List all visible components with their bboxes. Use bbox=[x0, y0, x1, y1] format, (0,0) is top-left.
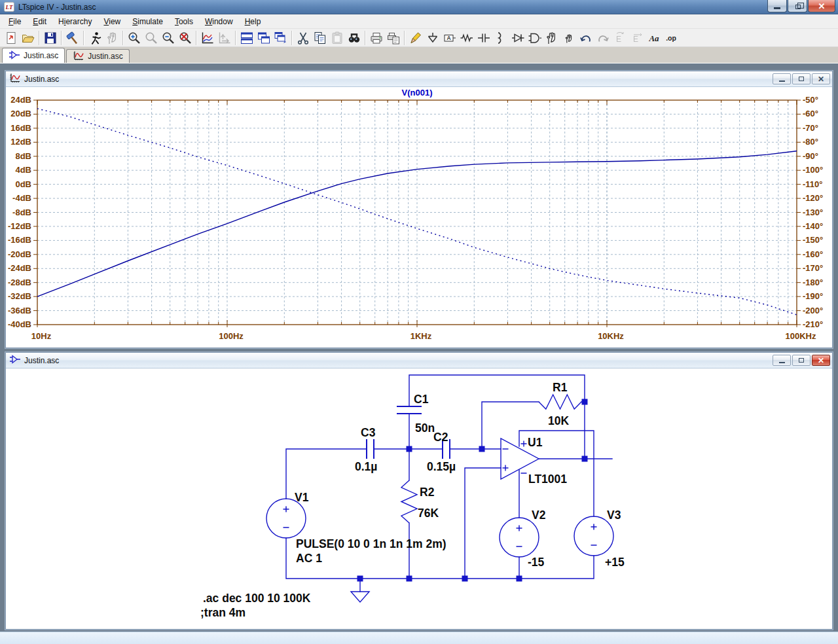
net-label-button[interactable]: A bbox=[441, 30, 458, 46]
schematic-label[interactable]: V3 bbox=[607, 509, 621, 522]
tile-vertical-button[interactable] bbox=[238, 30, 255, 46]
cascade-button[interactable] bbox=[272, 30, 289, 46]
wire-button[interactable] bbox=[407, 30, 424, 46]
ground-icon bbox=[426, 31, 440, 45]
open-button[interactable] bbox=[20, 30, 37, 46]
save-button[interactable] bbox=[42, 30, 59, 46]
schematic-window-minimize-button[interactable] bbox=[773, 355, 791, 366]
schematic-label[interactable]: V2 bbox=[532, 509, 546, 522]
new-schematic-button[interactable] bbox=[3, 30, 20, 46]
print-button[interactable] bbox=[368, 30, 385, 46]
menu-item-window[interactable]: Window bbox=[199, 15, 239, 28]
menu-item-file[interactable]: File bbox=[3, 15, 27, 28]
schematic-label[interactable]: 50n bbox=[415, 421, 435, 435]
toolbar-separator bbox=[196, 31, 197, 45]
plot-window-maximize-button[interactable] bbox=[792, 73, 811, 84]
schematic-label[interactable]: +15 bbox=[605, 556, 625, 569]
capacitor-button[interactable] bbox=[475, 30, 492, 46]
spice-directive-button[interactable]: .op bbox=[663, 30, 680, 46]
text-button[interactable]: Aa bbox=[646, 30, 663, 46]
window-restore-button[interactable] bbox=[788, 0, 807, 12]
right-axis-tick-label: -70° bbox=[803, 123, 818, 133]
cut-button[interactable] bbox=[295, 30, 312, 46]
schematic-canvas[interactable]: C150nC30.1µC20.15µR276KR110KU1LT1001V1PU… bbox=[6, 368, 832, 629]
undo-button[interactable] bbox=[577, 30, 594, 46]
drag-button[interactable] bbox=[560, 30, 577, 46]
text-icon: Aa bbox=[647, 31, 661, 45]
schematic-label[interactable]: AC 1 bbox=[296, 552, 322, 565]
move-icon bbox=[545, 31, 559, 45]
capacitor-C3[interactable] bbox=[367, 440, 374, 458]
resistor-R1[interactable] bbox=[539, 395, 581, 409]
schematic-window-maximize-button[interactable] bbox=[792, 355, 811, 366]
copy-button[interactable] bbox=[312, 30, 329, 46]
plot-window-title-bar[interactable]: Justin.asc ✕ bbox=[6, 71, 832, 87]
left-axis-tick-label: -12dB bbox=[8, 221, 31, 231]
zoom-back-button bbox=[143, 30, 160, 46]
schematic-label[interactable]: 0.15µ bbox=[427, 460, 456, 473]
waveform-pane[interactable]: 24dB20dB16dB12dB8dB4dB0dB-4dB-8dB-12dB-1… bbox=[6, 87, 832, 348]
toolbar: AEEAa.op bbox=[0, 29, 838, 47]
menu-item-hierarchy[interactable]: Hierarchy bbox=[52, 15, 98, 28]
wire-icon bbox=[409, 31, 423, 45]
title-bar[interactable]: LT LTspice IV - Justin.asc ✕ bbox=[0, 0, 838, 14]
schematic-label[interactable]: C2 bbox=[433, 431, 448, 444]
schematic-label[interactable]: LT1001 bbox=[528, 473, 567, 486]
find-button[interactable] bbox=[346, 30, 363, 46]
zoom-extents-button[interactable] bbox=[177, 30, 194, 46]
toolbar-separator bbox=[61, 31, 62, 45]
schematic-window-close-button[interactable]: ✕ bbox=[812, 355, 830, 366]
window-minimize-button[interactable] bbox=[767, 0, 787, 12]
schematic-label[interactable]: V1 bbox=[295, 491, 309, 504]
move-button[interactable] bbox=[543, 30, 560, 46]
copy-icon bbox=[313, 31, 327, 45]
left-axis-tick-label: -4dB bbox=[12, 193, 31, 203]
toolbar-separator bbox=[365, 31, 366, 45]
plot-settings-button[interactable] bbox=[199, 30, 216, 46]
schematic-label[interactable]: ;tran 4m bbox=[200, 606, 246, 619]
schematic-label[interactable]: -15 bbox=[528, 556, 545, 569]
inductor-button[interactable] bbox=[492, 30, 509, 46]
menu-item-view[interactable]: View bbox=[98, 15, 126, 28]
plot-window-close-button[interactable]: ✕ bbox=[812, 73, 830, 84]
inductor-icon bbox=[494, 31, 508, 45]
ground-symbol[interactable] bbox=[351, 592, 369, 602]
schematic-label[interactable]: R2 bbox=[420, 486, 435, 499]
component-button[interactable] bbox=[526, 30, 543, 46]
resistor-button[interactable] bbox=[458, 30, 475, 46]
plot-window-minimize-button[interactable] bbox=[773, 73, 791, 84]
menu-item-edit[interactable]: Edit bbox=[27, 15, 52, 28]
schematic-window-title-bar[interactable]: Justin.asc ✕ bbox=[6, 353, 832, 368]
menu-item-simulate[interactable]: Simulate bbox=[126, 15, 169, 28]
print-preview-button[interactable] bbox=[385, 30, 402, 46]
schematic-label[interactable]: 0.1µ bbox=[355, 460, 377, 473]
tab-waveform-justin.asc[interactable]: Justin.asc bbox=[66, 49, 129, 63]
capacitor-C1[interactable] bbox=[397, 406, 421, 414]
voltage-source-V1[interactable] bbox=[266, 499, 306, 538]
schematic-label[interactable]: U1 bbox=[528, 436, 543, 449]
schematic-label[interactable]: C1 bbox=[414, 393, 429, 406]
schematic-label[interactable]: 10K bbox=[548, 414, 569, 427]
bode-plot: 24dB20dB16dB12dB8dB4dB0dB-4dB-8dB-12dB-1… bbox=[6, 87, 832, 348]
zoom-out-button[interactable] bbox=[160, 30, 177, 46]
ground-button[interactable] bbox=[424, 30, 441, 46]
voltage-source-V3[interactable] bbox=[574, 516, 613, 556]
menu-item-help[interactable]: Help bbox=[239, 15, 267, 28]
diode-button[interactable] bbox=[509, 30, 526, 46]
schematic-label[interactable]: PULSE(0 10 0 1n 1n 1m 2m) bbox=[296, 537, 446, 550]
schematic-label[interactable]: 76K bbox=[418, 507, 439, 520]
schematic-label[interactable]: .ac dec 100 10 100K bbox=[203, 592, 311, 605]
schematic-label[interactable]: R1 bbox=[553, 381, 568, 394]
zoom-in-button[interactable] bbox=[126, 30, 143, 46]
svg-text:.op: .op bbox=[666, 34, 676, 42]
tab-schematic-justin.asc[interactable]: Justin.asc bbox=[2, 48, 65, 63]
tile-horizontal-button[interactable] bbox=[255, 30, 272, 46]
window-close-button[interactable]: ✕ bbox=[808, 0, 835, 12]
x-axis-tick-label: 100Hz bbox=[219, 331, 244, 341]
voltage-source-V2[interactable] bbox=[500, 518, 539, 557]
run-button[interactable] bbox=[86, 30, 103, 46]
resistor-R2[interactable] bbox=[401, 480, 417, 523]
menu-item-tools[interactable]: Tools bbox=[169, 15, 199, 28]
control-panel-button[interactable] bbox=[64, 30, 81, 46]
schematic-label[interactable]: C3 bbox=[361, 426, 376, 439]
